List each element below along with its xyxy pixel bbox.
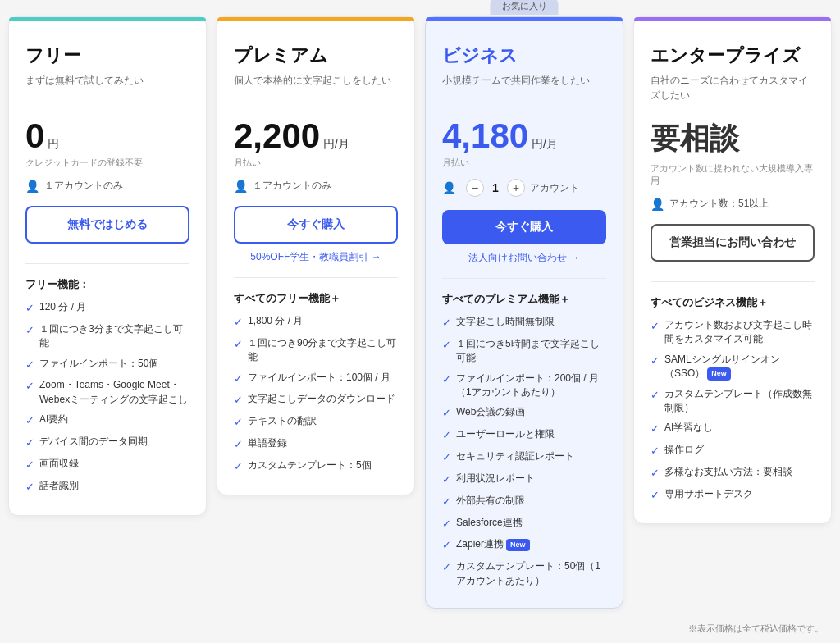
account-info-enterprise: 👤アカウント数：51以上 [651,197,815,211]
price-note-free: クレジットカードの登録不要 [25,157,189,169]
plan-name-enterprise: エンタープライズ [651,43,815,68]
features-title-business: すべてのプレミアム機能＋ [442,292,606,307]
price-section-free: 0円クレジットカードの登録不要 [25,119,189,169]
check-icon: ✓ [651,488,660,504]
feature-item: ✓ SAMLシングルサインオン（SSO）New [651,353,815,381]
cta-button-enterprise[interactable]: 営業担当にお問い合わせ [651,224,815,262]
feature-item: ✓ Web会議の録画 [442,405,606,422]
check-icon: ✓ [25,301,34,317]
feature-text: 話者識別 [39,479,79,493]
feature-text: １回につき3分まで文字起こし可能 [39,322,189,351]
check-icon: ✓ [442,406,451,422]
feature-item: ✓ Zoom・Teams・Google Meet・Webexミーティングの文字起… [25,378,189,407]
price-note-business: 月払い [442,157,606,169]
check-icon: ✓ [25,413,34,429]
feature-text: 画面収録 [39,457,79,471]
footer-note: ※表示価格は全て税込価格です。 [688,622,824,635]
feature-list-premium: ✓ 1,800 分 / 月 ✓ １回につき90分まで文字起こし可能 ✓ ファイル… [234,314,398,475]
price-amount-free: 0 [25,119,44,153]
divider-business [442,278,606,279]
price-main-premium: 2,200円/月 [234,119,398,153]
feature-item: ✓ ファイルインポート：100個 / 月 [234,371,398,387]
feature-text: デバイス間のデータ同期 [39,435,148,449]
account-label-free: １アカウントのみ [44,179,123,193]
check-icon: ✓ [25,436,34,451]
plan-top-bar-free [9,17,206,21]
account-label-premium: １アカウントのみ [253,179,331,193]
sub-link-business[interactable]: 法人向けお問い合わせ → [442,251,606,265]
feature-item: ✓ ファイルインポート：200個 / 月（1アカウントあたり） [442,372,606,400]
check-icon: ✓ [25,358,34,373]
feature-item: ✓ カスタムテンプレート（作成数無制限） [651,387,815,416]
account-info-business: 👤−1+アカウント [442,179,606,197]
cta-button-business[interactable]: 今すぐ購入 [442,210,606,244]
plan-name-premium: プレミアム [234,43,398,68]
feature-text: 外部共有の制限 [456,494,525,508]
stepper-value: 1 [489,181,502,194]
feature-text: ファイルインポート：200個 / 月（1アカウントあたり） [456,372,606,400]
check-icon: ✓ [234,415,243,431]
check-icon: ✓ [442,338,451,353]
plan-desc-free: まずは無料で試してみたい [25,73,189,103]
account-stepper-business[interactable]: −1+ [466,179,525,197]
check-icon: ✓ [651,319,660,335]
feature-item: ✓ 1,800 分 / 月 [234,314,398,331]
account-info-free: 👤１アカウントのみ [25,179,189,193]
feature-text: AI学習なし [664,421,713,435]
plan-name-free: フリー [25,43,189,68]
feature-text: 120 分 / 月 [39,300,86,314]
feature-list-free: ✓ 120 分 / 月 ✓ １回につき3分まで文字起こし可能 ✓ ファイルインポ… [25,300,189,495]
feature-item: ✓ セキュリティ認証レポート [442,449,606,466]
stepper-increase[interactable]: + [507,179,525,197]
price-main-free: 0円 [25,119,189,153]
cta-button-premium[interactable]: 今すぐ購入 [234,206,398,244]
feature-list-business: ✓ 文字起こし時間無制限 ✓ １回につき5時間まで文字起こし可能 ✓ ファイルイ… [442,315,606,588]
feature-text: AI要約 [39,413,68,426]
stepper-decrease[interactable]: − [466,179,484,197]
plan-desc-enterprise: 自社のニーズに合わせてカスタマイズしたい [651,73,815,103]
plan-top-bar-premium [217,17,414,21]
feature-text: 操作ログ [664,443,704,457]
account-info-premium: 👤１アカウントのみ [234,179,398,193]
price-amount-premium: 2,200 [234,119,320,153]
new-badge: New [707,367,731,380]
price-section-premium: 2,200円/月月払い [234,119,398,169]
plan-card-free: フリーまずは無料で試してみたい0円クレジットカードの登録不要👤１アカウントのみ無… [8,16,207,516]
feature-text: １回につき5時間まで文字起こし可能 [456,337,606,366]
features-title-premium: すべてのフリー機能＋ [234,291,398,306]
plan-card-enterprise: エンタープライズ自社のニーズに合わせてカスタマイズしたい要相談アカウント数に捉わ… [633,16,832,524]
feature-item: ✓ 操作ログ [651,443,815,459]
feature-item: ✓ Salesforce連携 [442,516,606,532]
feature-item: ✓ 文字起こしデータのダウンロード [234,392,398,408]
feature-text: １回につき90分まで文字起こし可能 [248,336,398,365]
check-icon: ✓ [442,495,451,510]
feature-item: ✓ １回につき90分まで文字起こし可能 [234,336,398,365]
account-icon-business: 👤 [442,181,456,194]
sub-link-premium[interactable]: 50%OFF学生・教職員割引 → [234,250,398,264]
feature-item: ✓ 多様なお支払い方法：要相談 [651,465,815,481]
price-note-premium: 月払い [234,157,398,169]
feature-text: ユーザーロールと権限 [456,427,555,441]
check-icon: ✓ [442,560,451,576]
feature-text: 単語登録 [248,436,287,450]
price-note-enterprise: アカウント数に捉われない大規模導入専用 [651,162,815,187]
cta-button-free[interactable]: 無料ではじめる [25,206,189,244]
check-icon: ✓ [234,372,243,387]
feature-text: Zoom・Teams・Google Meet・Webexミーティングの文字起こし [39,378,189,407]
plan-top-bar-enterprise [634,17,831,21]
feature-item: ✓ ファイルインポート：50個 [25,357,189,373]
feature-item: ✓ AI要約 [25,413,189,429]
check-icon: ✓ [25,323,34,339]
favorite-badge: お気に入り [491,0,559,15]
feature-text: SAMLシングルサインオン（SSO）New [664,353,815,381]
check-icon: ✓ [651,422,660,437]
check-icon: ✓ [442,428,451,444]
feature-item: ✓ カスタムテンプレート：50個（1アカウントあたり） [442,559,606,588]
feature-item: ✓ デバイス間のデータ同期 [25,435,189,451]
divider-free [25,263,189,264]
feature-text: セキュリティ認証レポート [456,449,574,463]
feature-item: ✓ AI学習なし [651,421,815,437]
account-label-enterprise: アカウント数：51以上 [669,197,769,211]
account-icon-enterprise: 👤 [651,198,664,211]
pricing-container: フリーまずは無料で試してみたい0円クレジットカードの登録不要👤１アカウントのみ無… [8,16,832,609]
